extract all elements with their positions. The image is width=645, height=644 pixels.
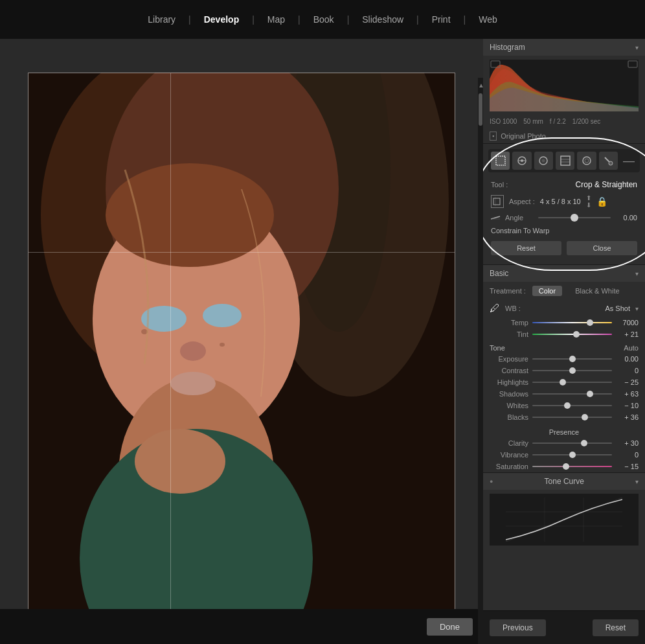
constrain-label: Constrain To Warp <box>491 227 549 235</box>
angle-slider[interactable] <box>538 217 611 218</box>
tool-label-row: Tool : Crop & Straighten <box>488 178 640 192</box>
photo-area: Done <box>0 39 483 644</box>
highlights-thumb[interactable] <box>560 379 566 385</box>
scroll-indicator: ▲ <box>478 78 483 644</box>
angle-icon <box>491 215 501 220</box>
aspect-row: Aspect : 4 x 5 / 8 x 10 ⬆⬇ 🔒 <box>488 192 640 211</box>
saturation-thumb[interactable] <box>563 463 569 470</box>
nav-slideshow[interactable]: Slideshow <box>354 12 411 27</box>
saturation-value: − 15 <box>616 463 639 470</box>
nav-book[interactable]: Book <box>306 12 342 27</box>
blacks-slider[interactable] <box>532 417 612 418</box>
iso-value: ISO 1000 <box>490 118 517 125</box>
auto-button[interactable]: Auto <box>624 344 639 352</box>
close-tool-button[interactable]: Close <box>567 241 637 255</box>
nav-map[interactable]: Map <box>260 12 293 27</box>
tool-action-buttons: Reset Close <box>488 237 640 259</box>
reset-tool-button[interactable]: Reset <box>491 241 561 255</box>
original-photo-row: ▪ Original Photo <box>483 129 645 143</box>
tone-curve-svg <box>506 498 622 542</box>
basic-arrow[interactable]: ▾ <box>635 270 639 277</box>
clarity-label: Clarity <box>490 439 528 447</box>
constrain-to-warp[interactable]: Constrain To Warp <box>488 224 640 237</box>
tone-curve-title: Tone Curve <box>545 477 584 486</box>
scroll-thumb[interactable] <box>479 93 482 126</box>
tone-curve-mini <box>490 494 639 546</box>
reset-bottom-button[interactable]: Reset <box>593 619 639 636</box>
eyedropper-icon[interactable]: 🖊 <box>490 303 500 314</box>
shadows-label: Shadows <box>490 390 528 398</box>
histogram-svg <box>490 60 639 111</box>
photo-container <box>28 73 455 610</box>
nav-print[interactable]: Print <box>424 12 458 27</box>
blacks-thumb[interactable] <box>582 414 588 420</box>
blacks-value: + 36 <box>616 413 639 421</box>
histogram-arrow[interactable]: ▾ <box>635 44 639 51</box>
close-tool-icon[interactable]: — <box>620 152 637 170</box>
whites-row: Whites − 10 <box>483 400 645 411</box>
tool-icons-row: — <box>488 149 640 172</box>
tint-slider[interactable] <box>532 334 612 335</box>
wb-dropdown-icon[interactable]: ▾ <box>635 305 639 312</box>
tint-row: Tint + 21 <box>483 328 645 340</box>
photo-portrait <box>28 73 455 610</box>
treatment-row: Treatment : Color Black & White <box>483 282 645 300</box>
radial-filter-icon[interactable] <box>577 152 596 170</box>
whites-slider[interactable] <box>532 405 612 406</box>
tint-value: + 21 <box>616 330 639 338</box>
shadows-value: + 63 <box>616 390 639 398</box>
highlights-row: Highlights − 25 <box>483 376 645 388</box>
svg-rect-19 <box>496 156 505 165</box>
crop-tool-icon[interactable] <box>491 152 510 170</box>
nav-library[interactable]: Library <box>140 12 183 27</box>
basic-title: Basic <box>490 269 508 278</box>
tint-thumb[interactable] <box>573 331 580 338</box>
exposure-thumb[interactable] <box>569 356 576 362</box>
previous-button[interactable]: Previous <box>490 619 546 636</box>
shadows-slider[interactable] <box>532 393 612 395</box>
color-button[interactable]: Color <box>532 286 562 296</box>
temp-thumb[interactable] <box>587 319 593 326</box>
vibrance-slider[interactable] <box>532 454 612 455</box>
highlights-slider[interactable] <box>532 382 612 383</box>
graduated-filter-icon[interactable] <box>556 152 574 170</box>
angle-slider-thumb[interactable] <box>571 214 578 222</box>
lock-icon[interactable]: 🔒 <box>596 196 607 207</box>
contrast-thumb[interactable] <box>569 367 576 374</box>
clarity-thumb[interactable] <box>581 440 587 446</box>
histogram-header: Histogram ▾ <box>483 39 645 56</box>
done-button[interactable]: Done <box>427 618 473 636</box>
scroll-up-arrow[interactable]: ▲ <box>478 80 483 91</box>
highlights-value: − 25 <box>616 378 639 386</box>
svg-point-31 <box>609 161 613 165</box>
exposure-slider[interactable] <box>532 358 612 360</box>
whites-thumb[interactable] <box>564 402 571 409</box>
angle-row: Angle 0.00 <box>488 211 640 224</box>
nav-develop[interactable]: Develop <box>196 12 247 27</box>
aspect-dropdown-icon[interactable]: ⬆⬇ <box>586 194 591 209</box>
contrast-slider[interactable] <box>532 370 612 371</box>
original-photo-label: Original Photo <box>501 132 546 140</box>
bw-button[interactable]: Black & White <box>569 286 626 296</box>
tone-curve-dot: ● <box>490 478 493 485</box>
temp-slider[interactable] <box>532 322 612 323</box>
spot-removal-icon[interactable] <box>512 152 531 170</box>
saturation-slider[interactable] <box>532 466 612 467</box>
nav-web[interactable]: Web <box>471 12 505 27</box>
red-eye-icon[interactable] <box>534 152 553 170</box>
presence-label: Presence <box>483 423 645 437</box>
svg-point-28 <box>583 157 591 165</box>
histogram-section: Histogram ▾ <box>483 39 645 144</box>
wb-value: As Shot <box>526 305 630 312</box>
tone-label: Tone <box>490 344 505 352</box>
clarity-slider[interactable] <box>532 443 612 444</box>
vibrance-thumb[interactable] <box>569 452 576 458</box>
top-navigation: Library | Develop | Map | Book | Slidesh… <box>0 0 645 39</box>
adjustment-brush-icon[interactable] <box>599 152 618 170</box>
shadows-row: Shadows + 63 <box>483 388 645 400</box>
svg-line-34 <box>491 216 500 219</box>
highlights-label: Highlights <box>490 378 528 386</box>
shadows-thumb[interactable] <box>587 391 593 397</box>
tone-curve-arrow[interactable]: ▾ <box>635 478 639 485</box>
aspect-value[interactable]: 4 x 5 / 8 x 10 <box>540 198 581 205</box>
